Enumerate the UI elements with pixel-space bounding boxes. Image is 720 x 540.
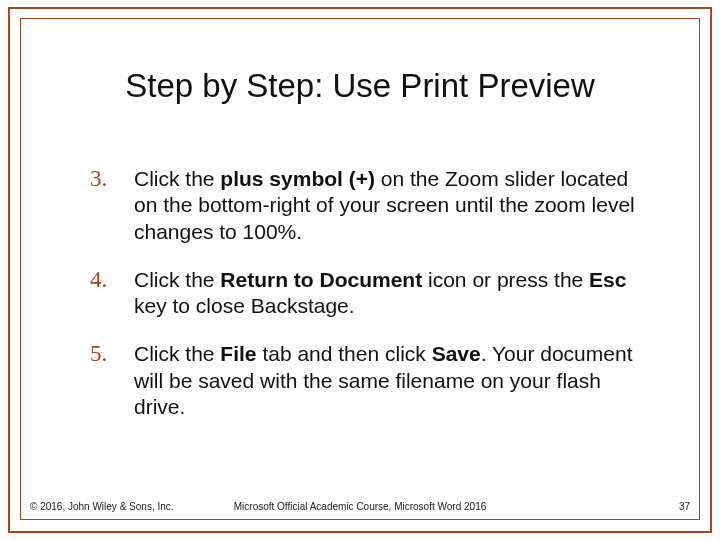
step-list: 3. Click the plus symbol (+) on the Zoom… <box>90 166 645 442</box>
list-text: Click the File tab and then click Save. … <box>134 341 645 420</box>
page-number: 37 <box>679 501 690 512</box>
list-item: 3. Click the plus symbol (+) on the Zoom… <box>90 166 645 245</box>
footer-course: Microsoft Official Academic Course, Micr… <box>30 501 690 512</box>
slide: Step by Step: Use Print Preview 3. Click… <box>0 0 720 540</box>
list-number: 5. <box>90 341 134 367</box>
list-item: 4. Click the Return to Document icon or … <box>90 267 645 320</box>
list-number: 4. <box>90 267 134 293</box>
list-item: 5. Click the File tab and then click Sav… <box>90 341 645 420</box>
footer: © 2016, John Wiley & Sons, Inc. Microsof… <box>30 501 690 512</box>
list-text: Click the plus symbol (+) on the Zoom sl… <box>134 166 645 245</box>
list-text: Click the Return to Document icon or pre… <box>134 267 645 320</box>
list-number: 3. <box>90 166 134 192</box>
slide-title: Step by Step: Use Print Preview <box>0 67 720 105</box>
